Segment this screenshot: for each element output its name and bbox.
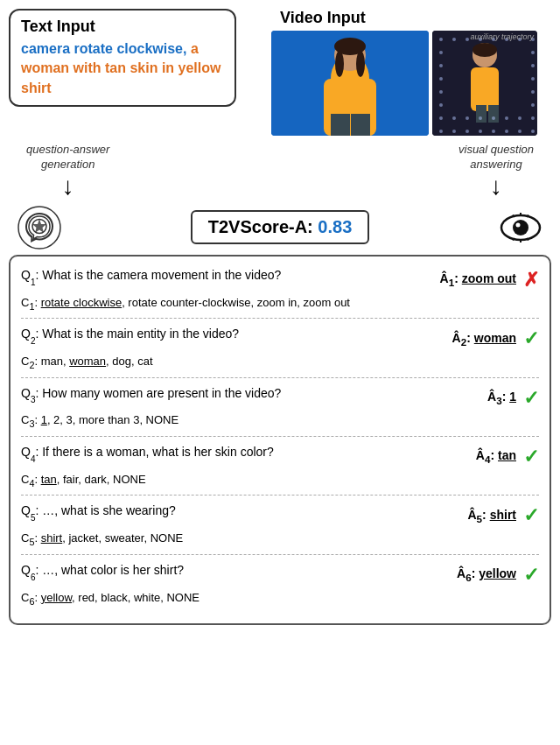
qa-question-2: Q2: What is the main entity in the video… [21, 326, 443, 345]
divider-1 [21, 318, 539, 319]
svg-point-37 [492, 116, 495, 120]
svg-point-16 [452, 38, 456, 41]
score-value: 0.83 [318, 217, 352, 236]
down-arrow-left: ↓ [62, 174, 74, 199]
choices-4: C4: tan, fair, dark, NONE [21, 473, 539, 488]
answer-label-3: Â3: 1 [487, 389, 516, 408]
qa-line-6: Q6: …, what color is her shirt? Â6: yell… [21, 562, 539, 589]
main-qa-box: Q1: What is the camera movement in the v… [9, 255, 551, 625]
svg-point-28 [531, 77, 535, 81]
text-input-box: Text Input camera rotate clockwise, a wo… [9, 9, 236, 107]
svg-point-27 [439, 77, 443, 81]
score-section: T2VScore-A: 0.83 [9, 206, 551, 250]
qa-row-2: Q2: What is the main entity in the video… [21, 326, 539, 369]
arrow-right: visual questionanswering ↓ [458, 143, 534, 199]
score-badge: T2VScore-A: 0.83 [191, 210, 370, 244]
svg-point-26 [531, 64, 535, 67]
qa-answer-4: Â4: tan ✓ [443, 444, 539, 471]
video-frame-main [271, 31, 429, 136]
down-arrow-right: ↓ [490, 174, 502, 199]
svg-rect-12 [471, 67, 499, 111]
qa-question-5: Q5: …, what is she wearing? [21, 503, 443, 522]
qa-row-5: Q5: …, what is she wearing? Â5: shirt ✓ … [21, 503, 539, 546]
check-mark-2: ✓ [523, 326, 539, 353]
video-frame-aux: auxiliary trajectory [432, 31, 537, 136]
svg-point-42 [452, 130, 456, 133]
choices-1: C1: rotate clockwise, rotate counter-clo… [21, 296, 539, 312]
chatgpt-icon [18, 206, 61, 250]
svg-point-29 [439, 90, 443, 94]
top-section: Text Input camera rotate clockwise, a wo… [9, 9, 551, 136]
svg-point-4 [335, 51, 344, 77]
text-input-label: Text Input [21, 18, 224, 36]
arrow-section: question-answergeneration ↓ visual quest… [9, 143, 551, 199]
cross-mark-1: ✗ [523, 267, 539, 294]
qa-answer-1: Â1: zoom out ✗ [440, 267, 539, 294]
svg-point-23 [439, 51, 443, 54]
text-input-content: camera rotate clockwise, a woman with ta… [21, 39, 224, 98]
qa-question-3: Q3: How many women are present in the vi… [21, 385, 443, 404]
arrow-right-text: visual questionanswering [458, 143, 534, 172]
qa-line-5: Q5: …, what is she wearing? Â5: shirt ✓ [21, 503, 539, 530]
svg-point-45 [492, 130, 495, 133]
svg-point-31 [439, 103, 443, 107]
check-mark-5: ✓ [523, 503, 539, 530]
svg-rect-13 [476, 105, 486, 123]
svg-point-48 [531, 130, 535, 133]
qa-answer-2: Â2: woman ✓ [443, 326, 539, 353]
svg-point-46 [505, 130, 508, 133]
svg-rect-8 [351, 114, 370, 136]
answer-label-2: Â2: woman [452, 330, 516, 349]
choices-2: C2: man, woman, dog, cat [21, 355, 539, 370]
divider-3 [21, 436, 539, 437]
arrow-left: question-answergeneration ↓ [26, 143, 109, 199]
svg-point-30 [531, 90, 535, 94]
svg-rect-7 [331, 114, 350, 136]
svg-point-11 [472, 43, 497, 57]
qa-row-1: Q1: What is the camera movement in the v… [21, 267, 539, 311]
svg-point-17 [466, 38, 469, 41]
qa-answer-6: Â6: yellow ✓ [443, 562, 539, 589]
check-mark-4: ✓ [523, 444, 539, 471]
qa-row-3: Q3: How many women are present in the vi… [21, 385, 539, 429]
svg-point-32 [531, 103, 535, 107]
divider-2 [21, 377, 539, 378]
svg-point-25 [439, 64, 443, 67]
svg-point-43 [466, 130, 469, 133]
qa-row-4: Q4: If there is a woman, what is her ski… [21, 444, 539, 488]
choices-6: C6: yellow, red, black, white, NONE [21, 591, 539, 607]
arrow-left-text: question-answergeneration [26, 143, 109, 172]
svg-point-41 [439, 130, 443, 133]
qa-line-4: Q4: If there is a woman, what is her ski… [21, 444, 539, 471]
svg-point-47 [518, 130, 522, 133]
svg-point-44 [479, 130, 482, 133]
qa-line-3: Q3: How many women are present in the vi… [21, 385, 539, 412]
choices-5: C5: shirt, jacket, sweater, NONE [21, 531, 539, 547]
svg-point-54 [516, 222, 521, 227]
eye-icon [499, 206, 542, 250]
choices-3: C3: 1, 2, 3, more than 3, NONE [21, 413, 539, 429]
qa-question-4: Q4: If there is a woman, what is her ski… [21, 444, 443, 463]
divider-5 [21, 554, 539, 555]
answer-label-1: Â1: zoom out [440, 271, 516, 290]
svg-point-38 [505, 116, 508, 120]
svg-point-24 [531, 51, 535, 54]
divider-4 [21, 495, 539, 495]
svg-point-36 [479, 116, 482, 120]
svg-point-5 [356, 51, 365, 77]
qa-line-1: Q1: What is the camera movement in the v… [21, 267, 539, 294]
qa-question-1: Q1: What is the camera movement in the v… [21, 267, 440, 286]
svg-point-40 [531, 116, 535, 120]
check-mark-3: ✓ [523, 385, 539, 412]
text-blue: camera rotate clockwise, [21, 41, 186, 56]
video-input-box: Video Input [271, 9, 551, 136]
video-frames: auxiliary trajectory [271, 31, 537, 136]
qa-answer-3: Â3: 1 ✓ [443, 385, 539, 412]
answer-label-5: Â5: shirt [467, 507, 516, 526]
qa-question-6: Q6: …, what color is her shirt? [21, 562, 443, 581]
qa-answer-5: Â5: shirt ✓ [443, 503, 539, 530]
answer-label-6: Â6: yellow [457, 566, 516, 585]
svg-point-15 [439, 38, 443, 41]
svg-point-33 [439, 116, 443, 120]
qa-row-6: Q6: …, what color is her shirt? Â6: yell… [21, 562, 539, 606]
